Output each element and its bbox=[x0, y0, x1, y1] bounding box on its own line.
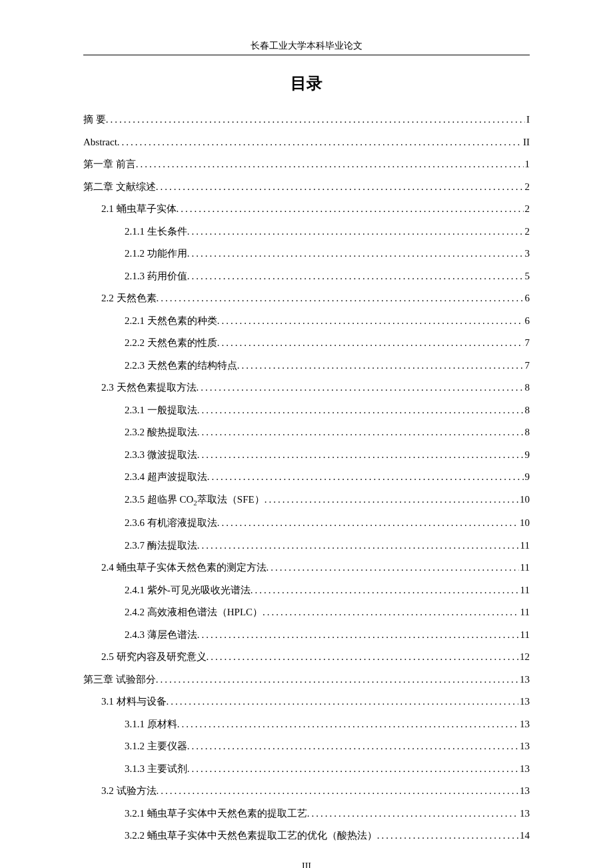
toc-entry-page[interactable]: 13 bbox=[520, 695, 530, 709]
toc-entry-label[interactable]: 2.1 蛹虫草子实体 bbox=[101, 202, 177, 216]
toc-entry: 3.2 试验方法 ...............................… bbox=[83, 784, 530, 798]
toc-leader-dots: ........................................… bbox=[187, 739, 518, 753]
toc-entry-page[interactable]: 7 bbox=[525, 336, 530, 350]
toc-entry-label[interactable]: Abstract bbox=[83, 135, 117, 149]
toc-entry-page[interactable]: 13 bbox=[520, 739, 530, 753]
toc-entry-page[interactable]: 9 bbox=[525, 470, 530, 484]
toc-leader-dots: ........................................… bbox=[307, 807, 518, 821]
toc-entry-page[interactable]: 13 bbox=[520, 717, 530, 731]
toc-entry-label[interactable]: 2.5 研究内容及研究意义 bbox=[101, 650, 207, 664]
toc-entry-label[interactable]: 3.2 试验方法 bbox=[101, 784, 157, 798]
toc-entry-page[interactable]: 11 bbox=[520, 605, 530, 619]
toc-entry-label[interactable]: 2.2.3 天然色素的结构特点 bbox=[125, 359, 237, 373]
toc-entry-label[interactable]: 第一章 前言 bbox=[83, 157, 136, 171]
toc-entry-page[interactable]: 10 bbox=[520, 493, 530, 507]
toc-entry-page[interactable]: 1 bbox=[525, 157, 530, 171]
toc-entry: 第一章 前言 .................................… bbox=[83, 157, 530, 171]
toc-entry-page[interactable]: 2 bbox=[525, 180, 530, 194]
toc-entry: 3.1 材料与设备 ..............................… bbox=[83, 695, 530, 709]
toc-entry-page[interactable]: 6 bbox=[525, 291, 530, 305]
toc-leader-dots: ........................................… bbox=[187, 225, 524, 239]
toc-entry: 2.2 天然色素 ...............................… bbox=[83, 291, 530, 305]
toc-entry-label[interactable]: 3.1.3 主要试剂 bbox=[125, 762, 187, 776]
header-divider bbox=[83, 55, 530, 55]
toc-leader-dots: ........................................… bbox=[157, 784, 519, 798]
toc-entry-label[interactable]: 2.3.3 微波提取法 bbox=[125, 448, 197, 462]
toc-entry-page[interactable]: 11 bbox=[520, 628, 530, 642]
toc-entry-label[interactable]: 3.1.1 原材料 bbox=[125, 717, 177, 731]
toc-entry-label[interactable]: 3.1.2 主要仪器 bbox=[125, 739, 187, 753]
toc-entry: 2.1.3 药用价值 .............................… bbox=[83, 269, 530, 283]
toc-entry: 2.3.5 超临界 CO2萃取法（SFE） ..................… bbox=[83, 493, 530, 508]
toc-entry-page[interactable]: 8 bbox=[525, 403, 530, 417]
toc-entry-page[interactable]: 6 bbox=[525, 314, 530, 328]
toc-entry: 3.1.2 主要仪器 .............................… bbox=[83, 739, 530, 753]
toc-list: 摘 要 ....................................… bbox=[83, 113, 530, 843]
toc-entry: 第三章 试验部分 ...............................… bbox=[83, 673, 530, 687]
toc-entry-label[interactable]: 第三章 试验部分 bbox=[83, 673, 156, 687]
toc-entry: 3.2.1 蛹虫草子实体中天然色素的提取工艺 .................… bbox=[83, 807, 530, 821]
toc-entry: 3.1.1 原材料 ..............................… bbox=[83, 717, 530, 731]
toc-leader-dots: ........................................… bbox=[217, 336, 524, 350]
toc-entry-label[interactable]: 2.4.1 紫外-可见光吸收光谱法 bbox=[125, 583, 251, 597]
toc-entry-label[interactable]: 2.3 天然色素提取方法 bbox=[101, 381, 197, 395]
toc-entry-label[interactable]: 2.2.2 天然色素的性质 bbox=[125, 336, 217, 350]
toc-entry-label[interactable]: 3.2.2 蛹虫草子实体中天然色素提取工艺的优化（酸热法） bbox=[125, 829, 377, 843]
toc-leader-dots: ........................................… bbox=[187, 269, 524, 283]
toc-leader-dots: ........................................… bbox=[136, 157, 524, 171]
toc-entry-label[interactable]: 2.4 蛹虫草子实体天然色素的测定方法 bbox=[101, 561, 267, 575]
toc-entry-label[interactable]: 3.1 材料与设备 bbox=[101, 695, 167, 709]
toc-leader-dots: ........................................… bbox=[106, 113, 525, 127]
toc-leader-dots: ........................................… bbox=[156, 180, 524, 194]
toc-entry-label[interactable]: 2.3.2 酸热提取法 bbox=[125, 425, 197, 439]
toc-entry-label[interactable]: 2.1.1 生长条件 bbox=[125, 225, 187, 239]
toc-entry-label[interactable]: 摘 要 bbox=[83, 113, 106, 127]
toc-entry-label[interactable]: 2.4.2 高效液相色谱法（HPLC） bbox=[125, 605, 263, 619]
toc-entry: 2.3.6 有机溶液提取法 ..........................… bbox=[83, 516, 530, 530]
toc-leader-dots: ........................................… bbox=[237, 359, 524, 373]
toc-entry-page[interactable]: 14 bbox=[520, 829, 530, 843]
toc-entry-page[interactable]: 9 bbox=[525, 448, 530, 462]
toc-entry-page[interactable]: 10 bbox=[520, 516, 530, 530]
toc-entry: 2.1.1 生长条件 .............................… bbox=[83, 225, 530, 239]
toc-entry-page[interactable]: 7 bbox=[525, 359, 530, 373]
toc-entry-page[interactable]: 8 bbox=[525, 381, 530, 395]
toc-entry-page[interactable]: 3 bbox=[525, 247, 530, 261]
toc-entry-label[interactable]: 3.2.1 蛹虫草子实体中天然色素的提取工艺 bbox=[125, 807, 307, 821]
toc-entry-page[interactable]: 11 bbox=[520, 561, 530, 575]
toc-entry-page[interactable]: 11 bbox=[520, 539, 530, 553]
toc-entry-page[interactable]: 11 bbox=[520, 583, 530, 597]
toc-entry-label[interactable]: 2.1.2 功能作用 bbox=[125, 247, 187, 261]
toc-entry-label[interactable]: 2.1.3 药用价值 bbox=[125, 269, 187, 283]
toc-entry-page[interactable]: 13 bbox=[520, 673, 530, 687]
toc-leader-dots: ........................................… bbox=[207, 470, 524, 484]
toc-entry-label[interactable]: 2.2 天然色素 bbox=[101, 291, 157, 305]
toc-entry-page[interactable]: 2 bbox=[525, 225, 530, 239]
page-number-footer: III bbox=[83, 861, 530, 868]
toc-entry-page[interactable]: 13 bbox=[520, 762, 530, 776]
toc-entry-page[interactable]: 12 bbox=[520, 650, 530, 664]
toc-leader-dots: ........................................… bbox=[177, 717, 518, 731]
toc-entry: 2.4.2 高效液相色谱法（HPLC） ....................… bbox=[83, 605, 530, 619]
toc-entry-label[interactable]: 2.3.1 一般提取法 bbox=[125, 403, 197, 417]
toc-entry-page[interactable]: 2 bbox=[525, 202, 530, 216]
toc-entry: 2.2.3 天然色素的结构特点 ........................… bbox=[83, 359, 530, 373]
toc-entry-page[interactable]: 5 bbox=[525, 269, 530, 283]
toc-entry-page[interactable]: II bbox=[523, 135, 530, 149]
toc-leader-dots: ........................................… bbox=[251, 583, 519, 597]
toc-entry-page[interactable]: I bbox=[526, 113, 530, 127]
toc-entry-label[interactable]: 2.3.5 超临界 CO2萃取法（SFE） bbox=[125, 493, 265, 508]
toc-leader-dots: ........................................… bbox=[197, 448, 524, 462]
page-header: 长春工业大学本科毕业论文 bbox=[83, 40, 530, 52]
toc-entry-label[interactable]: 2.3.7 酶法提取法 bbox=[125, 539, 197, 553]
toc-entry-page[interactable]: 8 bbox=[525, 425, 530, 439]
toc-entry-label[interactable]: 2.2.1 天然色素的种类 bbox=[125, 314, 217, 328]
toc-entry-page[interactable]: 13 bbox=[520, 784, 530, 798]
toc-entry-label[interactable]: 第二章 文献综述 bbox=[83, 180, 156, 194]
toc-entry-label[interactable]: 2.3.4 超声波提取法 bbox=[125, 470, 207, 484]
toc-entry-label[interactable]: 2.3.6 有机溶液提取法 bbox=[125, 516, 217, 530]
toc-entry-label[interactable]: 2.4.3 薄层色谱法 bbox=[125, 628, 197, 642]
toc-entry: 2.2.2 天然色素的性质 ..........................… bbox=[83, 336, 530, 350]
toc-leader-dots: ........................................… bbox=[157, 291, 524, 305]
toc-entry-page[interactable]: 13 bbox=[520, 807, 530, 821]
